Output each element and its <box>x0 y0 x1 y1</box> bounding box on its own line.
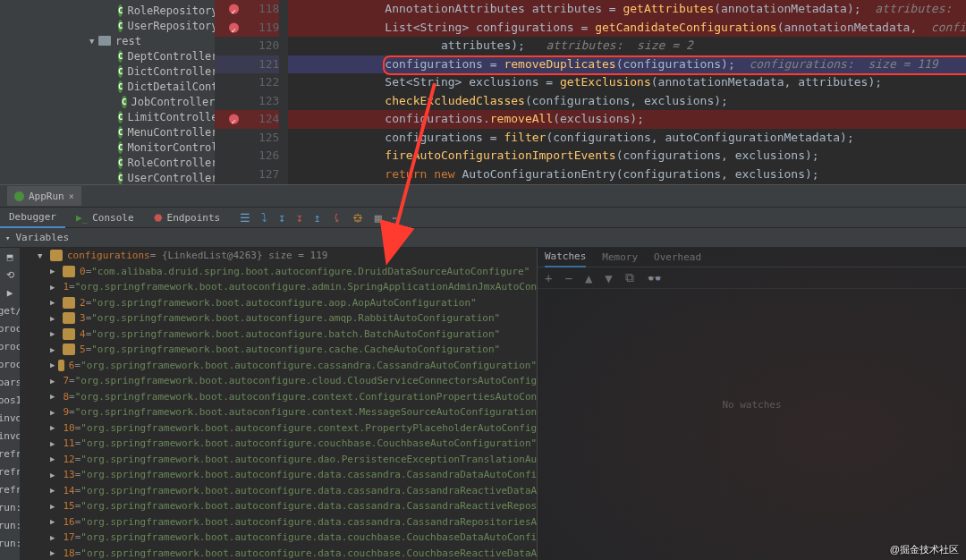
step-into-icon[interactable]: ↧ <box>278 211 285 225</box>
code-line[interactable]: checkExcludedClasses(configurations, exc… <box>288 92 966 111</box>
variable-item[interactable]: ▶13 = "org.springframework.boot.autoconf… <box>20 467 537 483</box>
debugger-tabs[interactable]: Debugger ▶_ Console ⬣ Endpoints ☰ ⤵ ↧ ↧ … <box>0 207 966 228</box>
project-tree-item[interactable]: CLimitController <box>0 109 215 124</box>
line-number[interactable]: 119 <box>215 19 279 38</box>
chevron-right-icon[interactable]: ▶ <box>50 548 55 557</box>
more-icon[interactable]: ⋯ <box>393 211 400 225</box>
chevron-right-icon[interactable]: ▶ <box>50 329 59 338</box>
project-tree-item[interactable]: CRoleRepository <box>0 3 215 18</box>
step-over-icon[interactable]: ⤵ <box>261 211 267 225</box>
project-tree[interactable]: CRoleRepositoryCUserRepository▼restCDept… <box>0 0 215 184</box>
variable-item[interactable]: ▶17 = "org.springframework.boot.autoconf… <box>20 530 537 546</box>
frame-stack-item[interactable]: ⬒ <box>5 251 15 266</box>
variable-item[interactable]: ▶4 = "org.springframework.boot.autoconfi… <box>20 327 537 343</box>
watches-tabs[interactable]: Watches Memory Overhead <box>538 248 966 267</box>
chevron-right-icon[interactable]: ▶ <box>50 439 55 448</box>
chevron-right-icon[interactable]: ▶ <box>50 267 59 276</box>
glasses-icon[interactable]: 👓 <box>647 271 662 285</box>
project-tree-item[interactable]: CDictController <box>0 64 215 79</box>
chevron-right-icon[interactable]: ▶ <box>50 423 55 432</box>
tab-overhead[interactable]: Overhead <box>654 251 701 263</box>
copy-icon[interactable]: ⧉ <box>625 270 634 285</box>
debugger-side-toolbar[interactable]: ⬒⟲▶get/procprocprocparspos1invoinvorefrr… <box>0 248 20 560</box>
line-number[interactable]: 118 <box>215 0 279 19</box>
variable-item[interactable]: ▶16 = "org.springframework.boot.autoconf… <box>20 514 537 530</box>
project-tree-item[interactable]: CJobController <box>0 94 215 109</box>
tab-console[interactable]: ▶_ Console <box>67 207 143 228</box>
chevron-right-icon[interactable]: ▶ <box>50 517 55 526</box>
breakpoint-icon[interactable] <box>229 4 239 14</box>
variables-panel[interactable]: ▼configurations = {LinkedList@4263} size… <box>20 248 537 560</box>
line-number[interactable]: 125 <box>215 129 279 148</box>
tab-debugger[interactable]: Debugger <box>0 207 65 228</box>
chevron-right-icon[interactable]: ▶ <box>50 486 55 495</box>
variable-item[interactable]: ▶1 = "org.springframework.boot.autoconfi… <box>20 279 537 295</box>
tab-watches[interactable]: Watches <box>545 248 586 267</box>
chevron-right-icon[interactable]: ▶ <box>50 533 55 542</box>
code-line[interactable]: fireAutoConfigurationImportEvents(config… <box>288 147 966 165</box>
project-tree-item[interactable]: CMenuController <box>0 124 215 140</box>
variable-item[interactable]: ▶7 = "org.springframework.boot.autoconfi… <box>20 373 537 389</box>
code-line[interactable]: AnnotationAttributes attributes = getAtt… <box>288 0 966 19</box>
project-tree-item[interactable]: CRoleController <box>0 155 215 170</box>
breakpoint-icon[interactable] <box>229 115 239 124</box>
project-tree-item[interactable]: CDictDetailController <box>0 79 215 94</box>
project-tree-item[interactable]: ▼rest <box>0 33 215 48</box>
layout-icon[interactable]: ☰ <box>240 211 250 225</box>
close-icon[interactable]: × <box>69 191 74 201</box>
code-line[interactable]: configurations.removeAll(exclusions); <box>288 110 966 129</box>
tab-memory[interactable]: Memory <box>602 251 638 263</box>
evaluate-icon[interactable]: ▦ <box>375 211 382 225</box>
chevron-right-icon[interactable]: ▶ <box>50 377 55 386</box>
code-line[interactable]: List<String> configurations = getCandida… <box>288 19 966 38</box>
variable-item[interactable]: ▶10 = "org.springframework.boot.autoconf… <box>20 420 537 437</box>
remove-watch-icon[interactable]: − <box>564 271 572 285</box>
add-watch-icon[interactable]: + <box>545 271 552 285</box>
up-icon[interactable]: ▲ <box>585 271 592 285</box>
chevron-icon[interactable]: ▼ <box>89 37 98 46</box>
chevron-right-icon[interactable]: ▶ <box>50 345 59 354</box>
debug-toolbar[interactable]: ☰ ⤵ ↧ ↧ ↥ ⤹ ⯐ ▦ ⋯ <box>240 211 399 225</box>
project-tree-item[interactable]: CDeptController <box>0 48 215 64</box>
chevron-right-icon[interactable]: ▶ <box>50 361 55 369</box>
variable-root[interactable]: ▼configurations = {LinkedList@4263} size… <box>20 248 537 264</box>
line-number[interactable]: 123 <box>215 92 279 111</box>
line-number[interactable]: 120 <box>215 37 279 55</box>
variable-item[interactable]: ▶3 = "org.springframework.boot.autoconfi… <box>20 310 537 327</box>
variable-item[interactable]: ▶5 = "org.springframework.boot.autoconfi… <box>20 342 537 358</box>
variable-item[interactable]: ▶0 = "com.alibaba.druid.spring.boot.auto… <box>20 264 537 280</box>
line-number[interactable]: 122 <box>215 73 279 92</box>
chevron-right-icon[interactable]: ▶ <box>50 408 55 417</box>
line-number[interactable]: 121 <box>215 55 279 74</box>
step-out-icon[interactable]: ↥ <box>314 211 321 225</box>
variable-item[interactable]: ▶2 = "org.springframework.boot.autoconfi… <box>20 295 537 311</box>
force-step-into-icon[interactable]: ↧ <box>296 211 303 225</box>
breakpoint-icon[interactable] <box>229 22 239 32</box>
variable-item[interactable]: ▶12 = "org.springframework.boot.autoconf… <box>20 452 537 468</box>
frame-stack-item[interactable]: ⟲ <box>4 269 16 284</box>
frame-stack-item[interactable]: ▶ <box>5 287 15 301</box>
code-editor[interactable]: 118119120121122123124125126127 Annotatio… <box>215 0 966 184</box>
chevron-right-icon[interactable]: ▶ <box>50 502 55 511</box>
code-line[interactable]: attributes); attributes: size = 2 <box>288 37 966 55</box>
variable-item[interactable]: ▶14 = "org.springframework.boot.autoconf… <box>20 483 537 499</box>
variable-item[interactable]: ▶8 = "org.springframework.boot.autoconfi… <box>20 389 537 405</box>
run-to-cursor-icon[interactable]: ⯐ <box>352 211 364 225</box>
variable-item[interactable]: ▶11 = "org.springframework.boot.autoconf… <box>20 436 537 452</box>
run-tab[interactable]: AppRun × <box>7 186 81 206</box>
variables-header[interactable]: ▾ Variables <box>0 228 966 248</box>
watches-toolbar[interactable]: + − ▲ ▼ ⧉ 👓 <box>538 267 966 289</box>
variable-item[interactable]: ▶18 = "org.springframework.boot.autoconf… <box>20 546 537 561</box>
drop-frame-icon[interactable]: ⤹ <box>332 211 342 225</box>
line-number[interactable]: 126 <box>215 147 279 165</box>
chevron-down-icon[interactable]: ▾ <box>5 233 10 242</box>
variable-item[interactable]: ▶15 = "org.springframework.boot.autoconf… <box>20 498 537 514</box>
chevron-right-icon[interactable]: ▶ <box>50 314 59 323</box>
line-number[interactable]: 124 <box>215 110 279 129</box>
tool-window-tabs[interactable]: AppRun × <box>0 185 966 207</box>
variable-item[interactable]: ▶9 = "org.springframework.boot.autoconfi… <box>20 404 537 420</box>
chevron-right-icon[interactable]: ▶ <box>50 298 59 307</box>
code-line[interactable]: return new AutoConfigurationEntry(config… <box>288 165 966 184</box>
down-icon[interactable]: ▼ <box>605 271 612 285</box>
code-line[interactable]: configurations = removeDuplicates(config… <box>288 55 966 74</box>
